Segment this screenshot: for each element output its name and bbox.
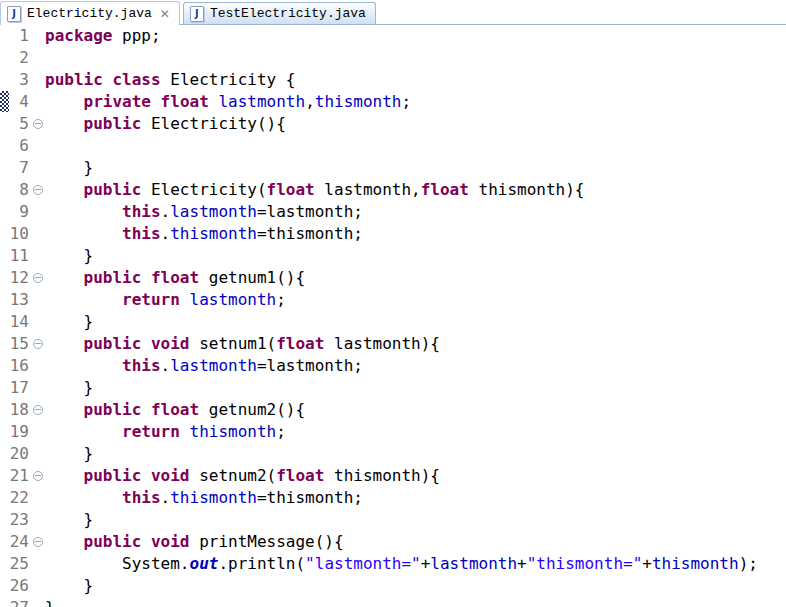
code-line-text[interactable]: public class Electricity {	[45, 69, 786, 91]
code-line-text[interactable]: public float getnum1(){	[45, 267, 786, 289]
annotation-ruler-cell	[0, 113, 9, 135]
code-line[interactable]: 15 public void setnum1(float lastmonth){	[0, 333, 786, 355]
fold-ruler-cell	[30, 399, 45, 421]
code-line-text[interactable]: }	[45, 597, 786, 607]
code-line[interactable]: 13 return lastmonth;	[0, 289, 786, 311]
code-line-text[interactable]: return lastmonth;	[45, 289, 786, 311]
line-number: 3	[9, 69, 30, 91]
line-number: 21	[9, 465, 30, 487]
code-line-text[interactable]: }	[45, 245, 786, 267]
code-line-text[interactable]: this.thismonth=thismonth;	[45, 487, 786, 509]
code-line-text[interactable]: }	[45, 157, 786, 179]
fold-ruler-cell	[30, 509, 45, 531]
annotation-ruler-cell	[0, 465, 9, 487]
fold-ruler-cell	[30, 69, 45, 91]
code-line[interactable]: 18 public float getnum2(){	[0, 399, 786, 421]
code-line-text[interactable]: package ppp;	[45, 25, 786, 47]
fold-collapse-icon[interactable]	[33, 537, 43, 547]
code-line-text[interactable]: }	[45, 311, 786, 333]
code-line-text[interactable]: this.thismonth=thismonth;	[45, 223, 786, 245]
code-line[interactable]: 19 return thismonth;	[0, 421, 786, 443]
code-line[interactable]: 10 this.thismonth=thismonth;	[0, 223, 786, 245]
fold-ruler-cell	[30, 487, 45, 509]
code-line[interactable]: 20 }	[0, 443, 786, 465]
fold-ruler-cell	[30, 135, 45, 157]
code-line-text[interactable]: public void printMessage(){	[45, 531, 786, 553]
code-line-text[interactable]: public void setnum1(float lastmonth){	[45, 333, 786, 355]
code-line[interactable]: 2	[0, 47, 786, 69]
annotation-ruler-cell	[0, 289, 9, 311]
code-line-text[interactable]: private float lastmonth,thismonth;	[45, 91, 786, 113]
code-line[interactable]: 1package ppp;	[0, 25, 786, 47]
code-line-text[interactable]: public float getnum2(){	[45, 399, 786, 421]
fold-ruler-cell	[30, 333, 45, 355]
fold-ruler-cell	[30, 443, 45, 465]
code-line[interactable]: 27}	[0, 597, 786, 607]
code-line-text[interactable]: return thismonth;	[45, 421, 786, 443]
code-line[interactable]: 11 }	[0, 245, 786, 267]
annotation-ruler-cell	[0, 267, 9, 289]
code-line-text[interactable]: public void setnum2(float thismonth){	[45, 465, 786, 487]
code-line[interactable]: 12 public float getnum1(){	[0, 267, 786, 289]
code-line-text[interactable]: this.lastmonth=lastmonth;	[45, 355, 786, 377]
line-number: 25	[9, 553, 30, 575]
tab-label: Electricity.java	[27, 6, 152, 21]
code-line-text[interactable]: }	[45, 443, 786, 465]
code-line[interactable]: 21 public void setnum2(float thismonth){	[0, 465, 786, 487]
fold-collapse-icon[interactable]	[33, 119, 43, 129]
line-number: 16	[9, 355, 30, 377]
tab-testelectricity-java[interactable]: J TestElectricity.java	[183, 2, 376, 24]
annotation-ruler-cell	[0, 377, 9, 399]
fold-ruler-cell	[30, 553, 45, 575]
code-line-text[interactable]: System.out.println("lastmonth="+lastmont…	[45, 553, 786, 575]
code-line[interactable]: 9 this.lastmonth=lastmonth;	[0, 201, 786, 223]
fold-collapse-icon[interactable]	[33, 339, 43, 349]
code-line-text[interactable]: }	[45, 575, 786, 597]
code-line[interactable]: 6	[0, 135, 786, 157]
fold-ruler-cell	[30, 465, 45, 487]
code-line[interactable]: 4 private float lastmonth,thismonth;	[0, 91, 786, 113]
fold-collapse-icon[interactable]	[33, 471, 43, 481]
code-line[interactable]: 14 }	[0, 311, 786, 333]
line-number: 22	[9, 487, 30, 509]
code-line[interactable]: 25 System.out.println("lastmonth="+lastm…	[0, 553, 786, 575]
annotation-ruler-cell	[0, 179, 9, 201]
code-line[interactable]: 23 }	[0, 509, 786, 531]
code-line-text[interactable]: public Electricity(float lastmonth,float…	[45, 179, 786, 201]
tab-electricity-java[interactable]: J Electricity.java ✕	[0, 1, 180, 25]
code-line[interactable]: 26 }	[0, 575, 786, 597]
line-number: 24	[9, 531, 30, 553]
code-line-text[interactable]	[45, 47, 786, 69]
fold-ruler-cell	[30, 157, 45, 179]
annotation-ruler-cell	[0, 597, 9, 607]
code-line[interactable]: 17 }	[0, 377, 786, 399]
fold-ruler-cell	[30, 311, 45, 333]
close-tab-icon[interactable]: ✕	[160, 8, 170, 20]
annotation-ruler-cell	[0, 421, 9, 443]
code-line[interactable]: 8 public Electricity(float lastmonth,flo…	[0, 179, 786, 201]
annotation-ruler-cell	[0, 91, 9, 113]
line-number: 5	[9, 113, 30, 135]
code-lines: 1package ppp;23public class Electricity …	[0, 25, 786, 607]
code-line-text[interactable]: public Electricity(){	[45, 113, 786, 135]
code-line-text[interactable]: this.lastmonth=lastmonth;	[45, 201, 786, 223]
code-line[interactable]: 16 this.lastmonth=lastmonth;	[0, 355, 786, 377]
code-line[interactable]: 24 public void printMessage(){	[0, 531, 786, 553]
code-line[interactable]: 5 public Electricity(){	[0, 113, 786, 135]
fold-ruler-cell	[30, 25, 45, 47]
code-line-text[interactable]: }	[45, 377, 786, 399]
code-line[interactable]: 22 this.thismonth=thismonth;	[0, 487, 786, 509]
fold-ruler-cell	[30, 575, 45, 597]
fold-collapse-icon[interactable]	[33, 273, 43, 283]
line-number: 11	[9, 245, 30, 267]
code-line-text[interactable]	[45, 135, 786, 157]
fold-collapse-icon[interactable]	[33, 185, 43, 195]
fold-ruler-cell	[30, 531, 45, 553]
fold-collapse-icon[interactable]	[33, 405, 43, 415]
code-line-text[interactable]: }	[45, 509, 786, 531]
fold-ruler-cell	[30, 179, 45, 201]
code-line[interactable]: 3public class Electricity {	[0, 69, 786, 91]
code-line[interactable]: 7 }	[0, 157, 786, 179]
annotation-ruler-cell	[0, 223, 9, 245]
annotation-ruler-cell	[0, 333, 9, 355]
